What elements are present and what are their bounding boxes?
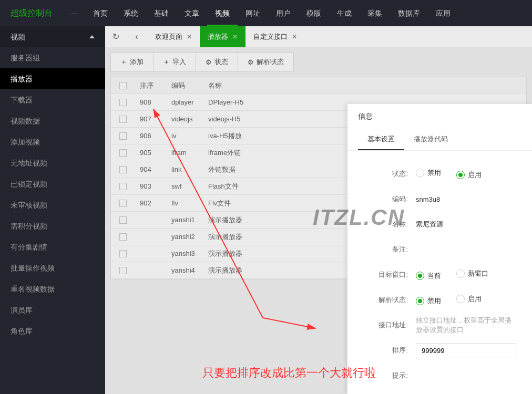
sidebar-item[interactable]: 批量操作视频	[0, 257, 105, 278]
modal-tab[interactable]: 基本设置	[358, 129, 404, 150]
sidebar-item[interactable]: 添加视频	[0, 131, 105, 152]
api-placeholder[interactable]: 独立接口地址，权重高于全局播放器设置的接口	[416, 316, 516, 335]
logo[interactable]: 超级控制台	[0, 8, 63, 19]
sidebar-item[interactable]: 有分集剧情	[0, 236, 105, 257]
api-label: 接口地址:	[363, 320, 416, 330]
radio-disable[interactable]: 禁用	[416, 168, 441, 178]
nav-item[interactable]: 采集	[360, 0, 390, 26]
sidebar-item[interactable]: 演员库	[0, 299, 105, 320]
form: 状态: 禁用 启用 编码: snm3u8 名称: 索尼资源 备注:	[347, 151, 532, 394]
sidebar-header[interactable]: 视频	[0, 26, 105, 47]
sidebar-item[interactable]: 服务器组	[0, 47, 105, 68]
sidebar-item[interactable]: 无地址视频	[0, 152, 105, 173]
nav-item[interactable]: 应用	[428, 0, 458, 26]
sidebar-item[interactable]: 视频数据	[0, 110, 105, 131]
sort-label: 排序:	[363, 346, 416, 355]
more-icon[interactable]: ···	[63, 9, 85, 17]
parse-label: 解析状态:	[363, 295, 416, 305]
name-label: 名称:	[363, 220, 416, 229]
modal: 信息 基本设置播放器代码 状态: 禁用 启用 编码: snm3u8 名称: 索尼…	[347, 104, 532, 394]
radio-current[interactable]: 当前	[416, 271, 441, 281]
sidebar-item[interactable]: 未审核视频	[0, 194, 105, 215]
radio-parse-enable[interactable]: 启用	[456, 294, 482, 304]
nav-item[interactable]: 数据库	[390, 0, 428, 26]
top-nav: 首页系统基础文章视频网址用户模版生成采集数据库应用	[85, 0, 458, 26]
sidebar-item[interactable]: 播放器	[0, 68, 105, 89]
nav-item[interactable]: 首页	[85, 0, 116, 26]
sidebar-item[interactable]: 角色库	[0, 320, 105, 341]
nav-item[interactable]: 系统	[116, 0, 146, 26]
modal-tab[interactable]: 播放器代码	[404, 129, 457, 150]
sidebar-title: 视频	[11, 26, 25, 47]
sort-input[interactable]	[416, 343, 516, 358]
nav-item[interactable]: 网址	[238, 0, 268, 26]
nav-item[interactable]: 生成	[329, 0, 360, 26]
remark-label: 备注:	[363, 245, 416, 254]
sidebar-item[interactable]: 已锁定视频	[0, 173, 105, 194]
nav-item[interactable]: 视频	[207, 0, 238, 26]
nav-item[interactable]: 基础	[146, 0, 177, 26]
annotation-text: 只要把排序改成比第一个大就行啦	[202, 365, 376, 381]
radio-new[interactable]: 新窗口	[456, 269, 488, 278]
sidebar-item[interactable]: 需积分视频	[0, 215, 105, 236]
nav-item[interactable]: 模版	[299, 0, 329, 26]
modal-title: 信息	[347, 104, 532, 129]
name-value: 索尼资源	[416, 220, 516, 229]
nav-item[interactable]: 文章	[177, 0, 207, 26]
top-bar: 超级控制台 ··· 首页系统基础文章视频网址用户模版生成采集数据库应用	[0, 0, 532, 26]
nav-item[interactable]: 用户	[268, 0, 299, 26]
sidebar-item[interactable]: 重名视频数据	[0, 278, 105, 299]
target-label: 目标窗口:	[363, 270, 416, 279]
content-area: ↻ ‹ 欢迎页面✕播放器✕自定义接口✕ ＋添加 ＋导入 ⚙状态 ⚙解析状态 排序…	[105, 26, 532, 394]
radio-enable[interactable]: 启用	[456, 170, 482, 180]
sidebar: 视频 服务器组播放器下载器视频数据添加视频无地址视频已锁定视频未审核视频需积分视…	[0, 26, 105, 394]
radio-parse-disable[interactable]: 禁用	[416, 296, 441, 306]
status-label: 状态:	[363, 169, 416, 179]
sidebar-item[interactable]: 下载器	[0, 89, 105, 110]
modal-tabs: 基本设置播放器代码	[347, 129, 532, 151]
chevron-up-icon	[89, 35, 95, 38]
code-label: 编码:	[363, 194, 416, 204]
code-value: snm3u8	[416, 195, 516, 203]
